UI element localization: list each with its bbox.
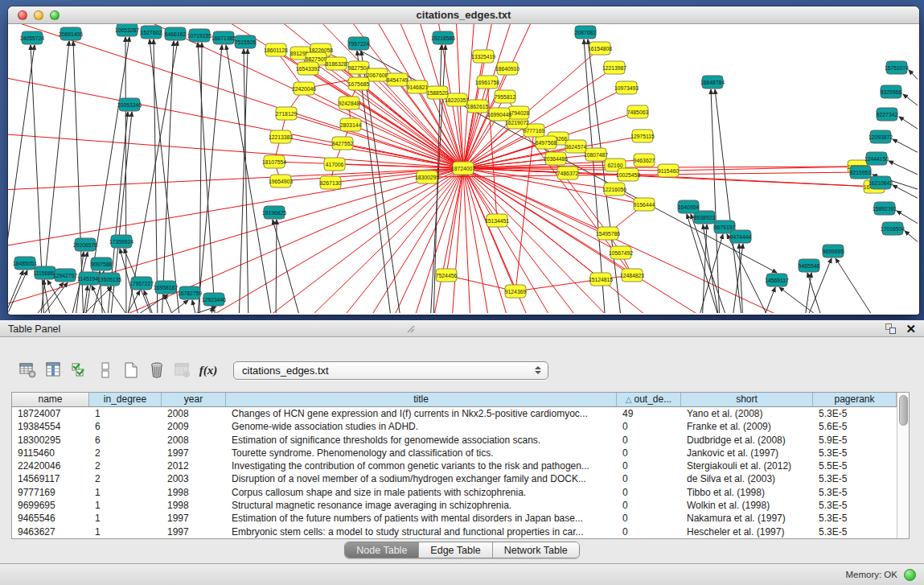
graph-node-label: 6679197 <box>714 225 736 230</box>
graph-node-label: 18220357 <box>445 97 469 103</box>
table-mode-icon[interactable] <box>18 360 39 381</box>
memory-status-label: Memory: OK <box>845 570 897 579</box>
column-header-year[interactable]: year <box>162 393 226 406</box>
network-view-canvas[interactable]: 1872400718300295161548081221398710973493… <box>8 24 918 313</box>
table-cell: 0 <box>617 525 681 538</box>
table-cell: Estimation of significance thresholds fo… <box>226 434 617 447</box>
graph-node-label: 10025458 <box>616 172 640 178</box>
graph-node-label: 12923446 <box>202 297 226 303</box>
graph-node-label: 10653287 <box>115 27 139 33</box>
graph-node-label: 12975115 <box>630 134 655 139</box>
graph-node-label: 3624574 <box>565 144 587 150</box>
delete-table-icon[interactable] <box>172 360 193 381</box>
graph-node-label: 15892391 <box>873 206 897 212</box>
graph-node-label: 16961758 <box>475 80 499 85</box>
graph-node-label: 9474444 <box>730 234 752 240</box>
table-header-row: namein_degreeyeartitle△out_de...shortpag… <box>12 393 897 407</box>
table-cell: 2 <box>89 459 162 472</box>
table-cell: 2012 <box>162 459 226 472</box>
table-row[interactable]: 911546021997Tourette syndrome. Phenomeno… <box>12 447 897 459</box>
graph-node-label: 18724007 <box>451 166 475 171</box>
table-cell: Stergiakouli et al. (2012) <box>681 459 813 472</box>
table-cell: 2003 <box>162 472 226 485</box>
table-row[interactable]: 1830029562008Estimation of significance … <box>12 434 897 447</box>
graph-node-label: 7524456 <box>436 273 458 278</box>
graph-node-label: 18300295 <box>415 175 439 180</box>
graph-node-label: 10973493 <box>614 85 639 91</box>
table-panel-header: Table Panel ✕ <box>0 320 924 337</box>
table-cell: 49 <box>617 407 681 420</box>
graph-node-label: 1675685 <box>348 81 370 87</box>
graph-node-label: 17957227 <box>129 281 154 286</box>
column-header-pagerank[interactable]: pagerank <box>813 393 897 406</box>
tab-node-table[interactable]: Node Table <box>345 542 418 558</box>
table-row[interactable]: 946554611997Estimation of the future num… <box>12 512 897 525</box>
create-column-icon[interactable] <box>121 360 142 381</box>
graph-node-label: 15751074 <box>885 65 909 71</box>
table-cell: Investigating the contribution of common… <box>226 459 617 472</box>
table-row[interactable]: 1872400712008Changes of HCN gene express… <box>12 407 897 420</box>
graph-node-label: 2803144 <box>340 122 362 128</box>
graph-node-label: 8427552 <box>332 141 354 146</box>
select-all-icon[interactable] <box>69 360 90 381</box>
close-panel-icon[interactable]: ✕ <box>906 323 916 334</box>
graph-node-label: 9329966 <box>881 89 902 95</box>
column-header-title[interactable]: title <box>226 393 617 406</box>
tab-edge-table[interactable]: Edge Table <box>418 542 491 558</box>
graph-node-label: 9699695 <box>823 249 844 254</box>
table-row[interactable]: 1456911722003Disruption of a novel membe… <box>12 472 897 485</box>
table-cell: 5.3E-5 <box>813 486 897 499</box>
column-header-name[interactable]: name <box>12 393 89 406</box>
table-cell: Nakamura et al. (1997) <box>681 512 813 525</box>
graph-node-label: 7955812 <box>495 94 516 100</box>
window-titlebar[interactable]: citations_edges.txt <box>8 6 919 24</box>
table-row[interactable]: 969969511998Structural magnetic resonanc… <box>12 499 897 512</box>
dropdown-stepper-icon <box>535 366 541 374</box>
table-cell: 6 <box>89 420 162 433</box>
column-header-in_degree[interactable]: in_degree <box>89 393 162 406</box>
table-row[interactable]: 1938455462009Genome-wide association stu… <box>12 420 897 433</box>
table-row[interactable]: 2242004622012Investigating the contribut… <box>12 459 897 472</box>
float-panel-icon[interactable] <box>885 323 896 334</box>
table-cell: 9115460 <box>12 447 89 459</box>
unselect-all-icon[interactable] <box>95 360 116 381</box>
tab-network-table[interactable]: Network Table <box>492 542 579 558</box>
graph-node-label: 2067608 <box>367 72 388 78</box>
table-cell: Hescheler et al. (1997) <box>681 525 813 538</box>
table-cell: Wolkin et al. (1998) <box>681 499 813 512</box>
show-column-icon[interactable] <box>43 360 64 381</box>
graph-node-label: 16671385 <box>211 35 236 41</box>
graph-node-label: 18485051 <box>13 261 37 266</box>
table-cell: Dudbridge et al. (2008) <box>681 434 813 447</box>
table-cell: 1 <box>89 525 162 538</box>
divider-grip-icon[interactable] <box>406 324 416 334</box>
graph-node-label: 10807487 <box>584 152 608 158</box>
table-cell: 5.3E-5 <box>813 407 897 420</box>
column-header-short[interactable]: short <box>681 393 813 406</box>
table-cell: 0 <box>617 472 681 485</box>
table-cell: Jankovic et al. (1997) <box>681 447 813 459</box>
graph-node-label: 9242848 <box>339 101 360 106</box>
column-header-out_de[interactable]: △out_de... <box>617 393 681 406</box>
table-toolbar: f(x) citations_edges.txt <box>0 356 924 385</box>
graph-node-label: 24055724 <box>20 35 44 41</box>
table-cell: Corpus callosum shape and size in male p… <box>226 486 617 499</box>
table-row[interactable]: 977716911998Corpus callosum shape and si… <box>12 486 897 499</box>
graph-node-label: 19218586 <box>431 35 455 41</box>
table-selector-dropdown[interactable]: citations_edges.txt <box>233 361 548 380</box>
node-table: namein_degreeyeartitle△out_de...shortpag… <box>11 392 910 539</box>
graph-node-label: 19196825 <box>262 210 286 216</box>
table-row[interactable]: 946362711997Embryonic stem cells: a mode… <box>12 525 897 538</box>
graph-node-label: 12213987 <box>602 65 626 71</box>
graph-node-label: 18640910 <box>495 66 519 72</box>
delete-column-icon[interactable] <box>146 360 167 381</box>
graph-node-label: 18601128 <box>264 47 288 53</box>
scrollbar-thumb[interactable] <box>899 395 908 426</box>
graph-node-label: 10567492 <box>609 250 633 256</box>
graph-node-label: 9156444 <box>634 202 655 208</box>
graph-node-label: 16210643 <box>869 180 893 186</box>
table-vertical-scrollbar[interactable] <box>897 393 909 538</box>
table-cell: 1997 <box>162 447 226 459</box>
table-cell: 2008 <box>162 407 226 420</box>
function-builder-icon[interactable]: f(x) <box>198 360 219 381</box>
